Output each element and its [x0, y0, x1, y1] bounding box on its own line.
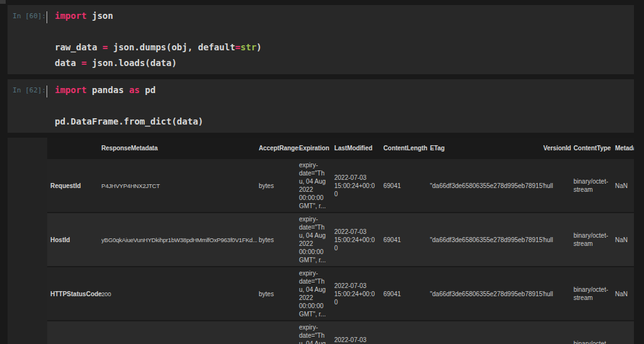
table-cell: bytes: [259, 266, 299, 320]
dataframe-clip: ResponseMetadataAcceptRangesExpirationLa…: [47, 138, 634, 344]
column-header: ResponseMetadata: [101, 138, 259, 158]
table-cell: "da66df3de65806355e278d995eb78915": [430, 320, 543, 344]
table-cell: 2022-07-03 15:00:24+00:00: [334, 212, 383, 266]
table-cell: 2022-07-03 15:00:24+00:00: [334, 158, 383, 212]
code-token: json: [87, 11, 113, 21]
index-header-cell: [47, 138, 101, 158]
code-line: [55, 24, 262, 40]
code-line: pd.DataFrame.from_dict(data): [55, 114, 203, 130]
table-cell: binary/octet-stream: [573, 212, 615, 266]
table-cell: yBG0qkAiueVunHYDkihpr1bW38pdHMmlfOxP963f…: [101, 212, 259, 266]
table-cell: {'x-amz-id-2': 'yBG0qkAiueVunHYDkihpr1bW…: [101, 320, 259, 344]
table-cell: P4JHVYP4HNX2JTCT: [101, 158, 259, 212]
code-cell-1[interactable]: In [62]:import pandas as pd pd.DataFrame…: [8, 79, 634, 133]
code-line: [55, 98, 203, 114]
execution-count: In [62]:: [13, 86, 46, 95]
table-cell: NaN: [615, 158, 634, 212]
table-cell: "da66df3de65806355e278d995eb78915": [430, 266, 543, 320]
code-cells: In [60]:import json raw_data = json.dump…: [8, 5, 634, 133]
code-editor[interactable]: import pandas as pd pd.DataFrame.from_di…: [47, 82, 203, 130]
notebook-page: In [60]:import json raw_data = json.dump…: [0, 0, 644, 344]
table-cell: 200: [101, 266, 259, 320]
keyword-token: as: [129, 85, 140, 95]
table-row: HostIdyBG0qkAiueVunHYDkihpr1bW38pdHMmlfO…: [47, 212, 634, 266]
code-line: raw_data = json.dumps(obj, default=str): [55, 40, 262, 55]
code-token: json.loads(data): [87, 58, 177, 68]
table-cell: NaN: [615, 320, 634, 344]
table-cell: expiry-date="Thu, 04 Aug 2022 00:00:00 G…: [299, 320, 334, 344]
column-header: AcceptRanges: [259, 138, 299, 158]
table-row: RequestIdP4JHVYP4HNX2JTCTbytesexpiry-dat…: [47, 158, 634, 212]
table-cell: null: [543, 212, 573, 266]
table-cell: NaN: [615, 266, 634, 320]
code-token: pandas: [87, 85, 129, 95]
cell-gutter: In [60]:: [8, 8, 47, 71]
column-header: Metadata: [615, 138, 634, 158]
code-token: pd: [140, 85, 155, 95]
code-line: import pandas as pd: [55, 82, 203, 98]
table-cell: 69041: [383, 266, 430, 320]
table-cell: "da66df3de65806355e278d995eb78915": [430, 158, 543, 212]
column-header: ContentType: [573, 138, 615, 158]
code-token: ): [256, 42, 261, 52]
table-cell: NaN: [615, 212, 634, 266]
table-cell: expiry-date="Thu, 04 Aug 2022 00:00:00 G…: [299, 212, 334, 266]
table-row: HTTPStatusCode200bytesexpiry-date="Thu, …: [47, 266, 634, 320]
code-token: pd.DataFrame.from_dict(data): [55, 116, 203, 126]
code-editor[interactable]: import json raw_data = json.dumps(obj, d…: [47, 8, 262, 71]
column-header: Expiration: [299, 138, 334, 158]
table-cell: binary/octet-stream: [573, 158, 615, 212]
table-cell: 2022-07-03 15:00:24+00:00: [334, 320, 383, 344]
dataframe-table: ResponseMetadataAcceptRangesExpirationLa…: [47, 138, 634, 344]
keyword-token: =: [235, 42, 240, 52]
code-line: import json: [55, 8, 262, 24]
table-cell: bytes: [259, 320, 299, 344]
code-token: json.dumps(obj, default: [108, 42, 235, 52]
table-cell: bytes: [259, 212, 299, 266]
table-cell: 69041: [383, 158, 430, 212]
keyword-token: =: [81, 58, 86, 68]
column-header: LastModified: [334, 138, 383, 158]
table-cell: expiry-date="Thu, 04 Aug 2022 00:00:00 G…: [299, 158, 334, 212]
table-cell: null: [543, 320, 573, 344]
table-cell: 69041: [383, 320, 430, 344]
scroll-corner-artifact: [0, 0, 6, 4]
table-cell: binary/octet-stream: [573, 266, 615, 320]
table-cell: null: [543, 266, 573, 320]
table-cell: 2022-07-03 15:00:24+00:00: [334, 266, 383, 320]
output-area: ResponseMetadataAcceptRangesExpirationLa…: [8, 138, 634, 344]
table-cell: bytes: [259, 158, 299, 212]
keyword-token: import: [55, 85, 87, 95]
builtin-token: str: [240, 42, 256, 52]
table-row: HTTPHeaders{'x-amz-id-2': 'yBG0qkAiueVun…: [47, 320, 634, 344]
row-index-cell: HTTPHeaders: [47, 320, 101, 344]
row-index-cell: HTTPStatusCode: [47, 266, 101, 320]
column-header: ETag: [430, 138, 543, 158]
row-index-cell: HostId: [47, 212, 101, 266]
table-cell: null: [543, 158, 573, 212]
table-cell: binary/octet-stream: [573, 320, 615, 344]
column-header: VersionId: [543, 138, 573, 158]
code-cell-0[interactable]: In [60]:import json raw_data = json.dump…: [8, 5, 634, 74]
table-cell: expiry-date="Thu, 04 Aug 2022 00:00:00 G…: [299, 266, 334, 320]
execution-count: In [60]:: [13, 11, 46, 21]
table-cell: 69041: [383, 212, 430, 266]
code-token: raw_data: [55, 42, 103, 52]
column-header: ContentLength: [383, 138, 430, 158]
cell-gutter: In [62]:: [8, 82, 47, 130]
table-cell: "da66df3de65806355e278d995eb78915": [430, 212, 543, 266]
table-header-row: ResponseMetadataAcceptRangesExpirationLa…: [47, 138, 634, 158]
keyword-token: import: [55, 11, 87, 21]
row-index-cell: RequestId: [47, 158, 101, 212]
code-line: data = json.loads(data): [55, 55, 262, 71]
code-token: data: [55, 58, 81, 68]
